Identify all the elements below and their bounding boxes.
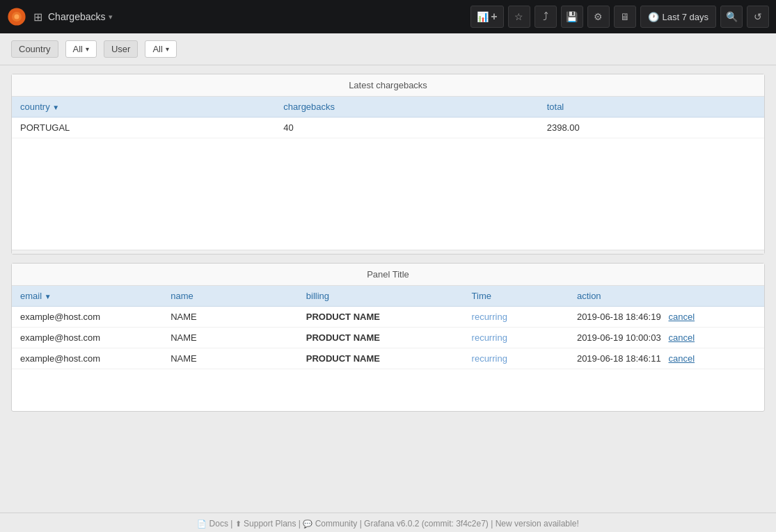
chargebacks-table-header: country ▼ chargebacks total xyxy=(12,97,764,118)
cancel-link[interactable]: cancel xyxy=(668,353,695,364)
time-range-button[interactable]: 🕐 Last 7 days xyxy=(640,6,717,28)
cell-action: 2019-06-18 18:46:19 cancel xyxy=(569,307,764,328)
app-title-text: Chargebacks xyxy=(48,11,106,22)
sub-col-email[interactable]: email ▼ xyxy=(12,286,162,307)
sort-arrow-country: ▼ xyxy=(52,104,59,111)
subscriptions-panel: Panel Title email ▼ name billing Time xyxy=(11,263,765,412)
table-row: example@host.com NAME PRODUCT NAME recur… xyxy=(12,328,764,348)
cell-country: PORTUGAL xyxy=(12,118,275,138)
country-dropdown-arrow: ▾ xyxy=(86,45,89,53)
cell-email: example@host.com xyxy=(12,348,162,369)
filter-bar: Country All ▾ User All ▾ xyxy=(0,33,776,65)
refresh-icon: ↺ xyxy=(754,11,762,22)
bar-chart-icon: 📊 xyxy=(477,11,489,22)
add-panel-button[interactable]: 📊 + xyxy=(470,6,503,28)
subscriptions-table-header: email ▼ name billing Time action xyxy=(12,286,764,307)
support-link[interactable]: Support Plans xyxy=(244,519,296,529)
user-filter-label: User xyxy=(104,40,138,58)
cell-email: example@host.com xyxy=(12,307,162,328)
save-icon: 💾 xyxy=(566,11,578,22)
time-range-label: Last 7 days xyxy=(663,12,709,22)
chargebacks-panel-title: Latest chargebacks xyxy=(12,74,764,97)
cell-chargebacks: 40 xyxy=(275,118,538,138)
star-button[interactable]: ☆ xyxy=(508,6,530,28)
add-icon: + xyxy=(491,10,497,23)
table-row: example@host.com NAME PRODUCT NAME recur… xyxy=(12,348,764,369)
refresh-button[interactable]: ↺ xyxy=(747,6,769,28)
grafana-logo xyxy=(7,7,26,26)
app-title[interactable]: Chargebacks ▾ xyxy=(48,11,113,22)
community-icon: 💬 xyxy=(303,519,312,528)
sub-col-name[interactable]: name xyxy=(162,286,298,307)
grid-icon: ⊞ xyxy=(33,10,42,24)
cell-billing: PRODUCT NAME xyxy=(298,348,464,369)
display-button[interactable]: 🖥 xyxy=(614,6,636,28)
clock-icon: 🕐 xyxy=(648,12,659,22)
subscriptions-table-body: example@host.com NAME PRODUCT NAME recur… xyxy=(12,307,764,369)
user-dropdown-arrow: ▾ xyxy=(166,45,169,53)
community-link[interactable]: Community xyxy=(315,519,358,529)
docs-link[interactable]: Docs xyxy=(209,519,228,529)
subscriptions-panel-title: Panel Title xyxy=(12,264,764,286)
user-filter-value: All xyxy=(152,44,162,54)
search-icon: 🔍 xyxy=(726,11,738,22)
version-text: Grafana v6.0.2 (commit: 3f4c2e7) xyxy=(364,519,489,529)
cell-email: example@host.com xyxy=(12,328,162,348)
cell-name: NAME xyxy=(162,328,298,348)
settings-button[interactable]: ⚙ xyxy=(587,6,610,28)
share-button[interactable]: ⤴ xyxy=(535,6,557,28)
chargebacks-table: country ▼ chargebacks total PORTUGAL 40 … xyxy=(12,97,764,138)
table-row: PORTUGAL 40 2398.00 xyxy=(12,118,764,138)
cancel-link[interactable]: cancel xyxy=(668,332,695,343)
chargebacks-panel: Latest chargebacks country ▼ chargebacks… xyxy=(11,74,765,255)
cell-action: 2019-06-18 18:46:11 cancel xyxy=(569,348,764,369)
star-icon: ☆ xyxy=(514,11,523,22)
subscriptions-table: email ▼ name billing Time action xyxy=(12,286,764,369)
cell-name: NAME xyxy=(162,348,298,369)
share-icon: ⤴ xyxy=(543,10,548,23)
sub-col-billing[interactable]: billing xyxy=(298,286,464,307)
chargebacks-col-total[interactable]: total xyxy=(539,97,764,118)
country-filter-value: All xyxy=(73,44,83,54)
monitor-icon: 🖥 xyxy=(620,11,630,22)
sort-arrow-email: ▼ xyxy=(45,293,52,300)
cell-name: NAME xyxy=(162,307,298,328)
cell-action: 2019-06-19 10:00:03 cancel xyxy=(569,328,764,348)
user-filter-select[interactable]: All ▾ xyxy=(145,40,176,58)
docs-icon: 📄 xyxy=(197,519,207,528)
gear-icon: ⚙ xyxy=(594,11,603,22)
chargebacks-col-country[interactable]: country ▼ xyxy=(12,97,275,118)
search-button[interactable]: 🔍 xyxy=(720,6,743,28)
sub-col-action[interactable]: action xyxy=(569,286,764,307)
top-navigation: ⊞ Chargebacks ▾ 📊 + ☆ ⤴ 💾 ⚙ 🖥 🕐 Last 7 d… xyxy=(0,0,776,33)
sub-col-time[interactable]: Time xyxy=(464,286,569,307)
panel1-bottom-bar xyxy=(12,250,764,254)
chargebacks-col-chargebacks[interactable]: chargebacks xyxy=(275,97,538,118)
country-filter-select[interactable]: All ▾ xyxy=(65,40,97,58)
svg-point-2 xyxy=(15,15,19,19)
cancel-link[interactable]: cancel xyxy=(668,312,695,322)
chargebacks-table-body: PORTUGAL 40 2398.00 xyxy=(12,118,764,138)
table-row: example@host.com NAME PRODUCT NAME recur… xyxy=(12,307,764,328)
cell-billing: PRODUCT NAME xyxy=(298,307,464,328)
cell-time: recurring xyxy=(464,328,569,348)
support-icon: ⬆ xyxy=(235,519,241,528)
save-button[interactable]: 💾 xyxy=(561,6,583,28)
page-footer: 📄 Docs | ⬆ Support Plans | 💬 Community |… xyxy=(0,513,776,532)
app-title-arrow: ▾ xyxy=(109,13,113,22)
cell-total: 2398.00 xyxy=(539,118,764,138)
cell-billing: PRODUCT NAME xyxy=(298,328,464,348)
main-content: Latest chargebacks country ▼ chargebacks… xyxy=(0,65,776,513)
country-filter-label: Country xyxy=(11,40,58,58)
new-version-text: New version available! xyxy=(496,519,579,529)
cell-time: recurring xyxy=(464,348,569,369)
cell-time: recurring xyxy=(464,307,569,328)
